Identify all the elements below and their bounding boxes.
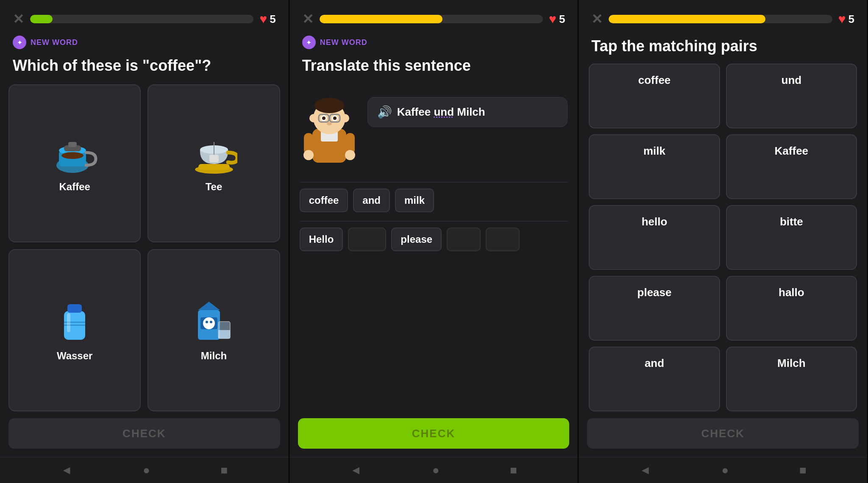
progress-bar-fill-3	[609, 15, 765, 23]
match-coffee[interactable]: coffee	[589, 64, 720, 128]
coffee-pot-icon	[51, 133, 98, 176]
progress-bar-fill-2	[320, 15, 442, 23]
home-icon-3[interactable]: ●	[722, 464, 729, 477]
card-kaffee[interactable]: Kaffee	[8, 84, 141, 242]
bank-chip-please[interactable]: please	[391, 228, 442, 251]
svg-point-28	[309, 114, 318, 122]
card-tee[interactable]: Tee	[147, 84, 280, 242]
svg-rect-12	[67, 304, 82, 313]
word-bank: Hello please	[289, 228, 578, 251]
bottom-nav-2: ◄ ● ■	[289, 457, 578, 483]
panel3-title: Tap the matching pairs	[579, 33, 867, 64]
card-milch-label: Milch	[201, 350, 227, 362]
stop-icon-3[interactable]: ■	[799, 464, 807, 477]
match-and[interactable]: and	[589, 347, 720, 411]
character-svg	[302, 91, 357, 171]
heart-icon-3: ♥	[838, 12, 846, 26]
speaker-icon[interactable]: 🔊	[377, 105, 392, 119]
match-please[interactable]: please	[589, 276, 720, 341]
card-wasser-label: Wasser	[57, 350, 93, 362]
bottom-nav-3: ◄ ● ■	[579, 457, 867, 483]
translate-area: 🔊 Kaffee und Milch	[289, 84, 578, 178]
svg-point-32	[322, 117, 326, 120]
close-button-3[interactable]: ✕	[591, 12, 603, 26]
card-kaffee-label: Kaffee	[59, 181, 90, 193]
bank-slot-3[interactable]	[486, 228, 520, 251]
match-milch[interactable]: Milch	[726, 347, 857, 411]
check-button-1[interactable]: CHECK	[8, 418, 280, 449]
match-bitte[interactable]: bitte	[726, 205, 857, 270]
speech-bubble[interactable]: 🔊 Kaffee und Milch	[367, 97, 568, 127]
svg-rect-7	[198, 164, 230, 170]
home-icon-1[interactable]: ●	[143, 464, 150, 477]
progress-bar-fill-1	[30, 15, 53, 23]
svg-point-20	[206, 321, 208, 323]
svg-point-37	[327, 122, 332, 125]
heart-area-1: ♥ 5	[259, 12, 275, 26]
match-hallo[interactable]: hallo	[726, 276, 857, 341]
matching-grid: coffee und milk Kaffee hello bitte pleas…	[579, 64, 867, 411]
stop-icon-1[interactable]: ■	[221, 464, 228, 477]
check-button-3[interactable]: CHECK	[587, 418, 859, 449]
answer-chip-and[interactable]: and	[353, 189, 390, 212]
match-hello[interactable]: hello	[589, 205, 720, 270]
tea-cup-icon	[191, 133, 237, 176]
divider-bottom	[300, 221, 568, 222]
check-button-2[interactable]: CHECK	[298, 418, 570, 449]
bank-chip-hello[interactable]: Hello	[300, 228, 343, 251]
water-bottle-icon	[56, 298, 94, 345]
match-kaffee[interactable]: Kaffee	[726, 134, 857, 199]
svg-point-33	[333, 117, 337, 120]
card-tee-label: Tee	[206, 181, 223, 193]
stop-icon-2[interactable]: ■	[510, 464, 517, 477]
svg-rect-23	[218, 330, 230, 339]
home-icon-2[interactable]: ●	[432, 464, 440, 477]
back-icon-1[interactable]: ◄	[61, 464, 72, 477]
new-word-badge-1: ✦ NEW WORD	[0, 33, 289, 52]
svg-point-21	[210, 321, 212, 323]
card-wasser[interactable]: Wasser	[8, 249, 141, 411]
svg-rect-10	[209, 155, 219, 162]
badge-text-1: NEW WORD	[31, 38, 78, 47]
heart-area-2: ♥ 5	[549, 12, 565, 26]
bank-slot-1[interactable]	[348, 228, 386, 251]
heart-area-3: ♥ 5	[838, 12, 854, 26]
header-3: ✕ ♥ 5	[579, 0, 867, 33]
svg-rect-5	[68, 142, 77, 147]
svg-point-41	[345, 150, 355, 160]
image-grid: Kaffee Tee	[0, 84, 289, 411]
bottom-nav-1: ◄ ● ■	[0, 457, 289, 483]
close-button-2[interactable]: ✕	[302, 12, 314, 26]
panel-1: ✕ ♥ 5 ✦ NEW WORD Which of these is "coff…	[0, 0, 289, 483]
bank-slot-2[interactable]	[447, 228, 481, 251]
panel-3: ✕ ♥ 5 Tap the matching pairs coffee und …	[579, 0, 868, 483]
answer-chip-milk[interactable]: milk	[395, 189, 434, 212]
progress-bar-bg-2	[320, 15, 543, 23]
badge-text-2: NEW WORD	[320, 38, 367, 47]
progress-bar-bg-3	[609, 15, 832, 23]
panel-2: ✕ ♥ 5 ✦ NEW WORD Translate this sentence	[289, 0, 579, 483]
svg-point-3	[61, 152, 83, 159]
back-icon-3[interactable]: ◄	[640, 464, 651, 477]
heart-icon-1: ♥	[259, 12, 267, 26]
heart-count-2: 5	[559, 13, 565, 26]
heart-count-3: 5	[849, 13, 854, 26]
match-und[interactable]: und	[726, 64, 857, 128]
heart-count-1: 5	[270, 13, 275, 26]
heart-icon-2: ♥	[549, 12, 556, 26]
close-button-1[interactable]: ✕	[13, 12, 24, 26]
card-milch[interactable]: Milch	[147, 249, 280, 411]
match-milk[interactable]: milk	[589, 134, 720, 199]
answer-chips: coffee and milk	[300, 189, 568, 212]
svg-marker-17	[198, 302, 220, 310]
badge-icon-2: ✦	[302, 36, 316, 49]
header-2: ✕ ♥ 5	[289, 0, 578, 33]
badge-icon-1: ✦	[13, 36, 26, 49]
divider-top	[300, 182, 568, 183]
word-bank-chips: Hello please	[300, 228, 568, 251]
answer-area: coffee and milk	[289, 182, 578, 228]
panel2-title: Translate this sentence	[289, 52, 578, 84]
back-icon-2[interactable]: ◄	[350, 464, 362, 477]
svg-point-29	[341, 114, 349, 122]
answer-chip-coffee[interactable]: coffee	[300, 189, 348, 212]
